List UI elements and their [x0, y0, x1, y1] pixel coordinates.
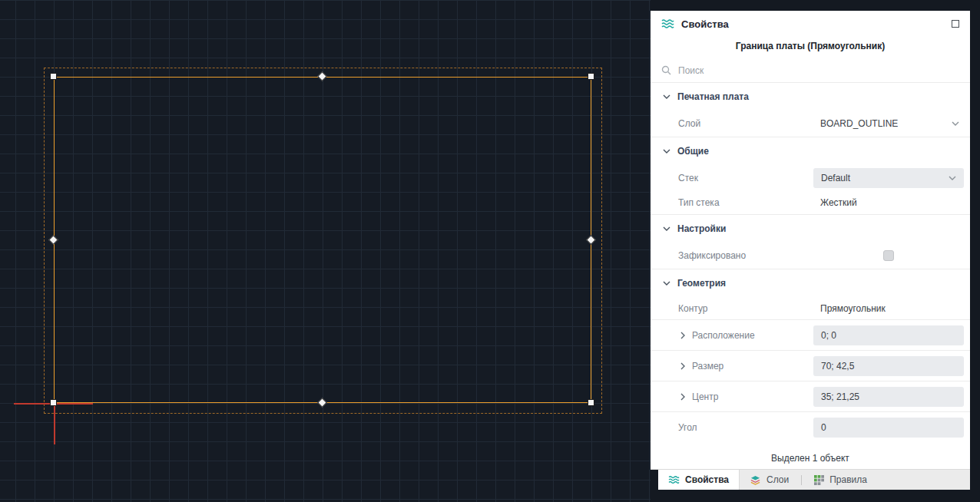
property-row-location: Расположение 0; 0 — [651, 320, 970, 351]
chevron-down-icon — [663, 226, 670, 231]
section-title-geometry: Геометрия — [677, 278, 726, 289]
property-row-contour: Контур Прямоугольник — [651, 297, 970, 320]
chevron-down-icon — [663, 149, 670, 154]
properties-icon — [668, 475, 680, 484]
chevron-down-icon — [663, 281, 670, 286]
tab-properties[interactable]: Свойства — [658, 470, 740, 490]
size-label: Размер — [692, 361, 723, 372]
selection-status: Выделен 1 объект — [651, 453, 970, 464]
property-row-center: Центр 35; 21,25 — [651, 381, 970, 412]
section-board: Печатная плата Слой BOARD_OUTLINE — [651, 83, 970, 137]
fixed-checkbox[interactable] — [883, 250, 894, 261]
stack-type-label: Тип стека — [678, 197, 720, 208]
chevron-down-icon — [949, 176, 956, 180]
stack-value: Default — [821, 173, 850, 183]
tab-layers[interactable]: Слои — [740, 470, 799, 490]
property-row-angle: Угол 0 — [651, 412, 970, 443]
handle-ne[interactable] — [588, 73, 594, 80]
stack-select[interactable]: Default — [813, 168, 964, 188]
tab-separator — [801, 475, 802, 485]
angle-input[interactable]: 0 — [813, 418, 964, 438]
stack-label: Стек — [678, 173, 698, 183]
tab-rules-label: Правила — [829, 474, 867, 485]
board-outline-rect[interactable] — [54, 77, 591, 403]
size-input[interactable]: 70; 42,5 — [813, 356, 964, 376]
search-bar — [651, 58, 970, 83]
selected-object-title: Граница платы (Прямоугольник) — [651, 37, 970, 58]
location-label: Расположение — [692, 330, 755, 341]
panel-header: Свойства — [651, 11, 970, 37]
chevron-right-icon[interactable] — [680, 362, 685, 370]
section-header-settings[interactable]: Настройки — [651, 215, 970, 243]
center-label: Центр — [692, 391, 718, 402]
origin-crosshair-vertical — [54, 404, 55, 444]
property-row-layer: Слой BOARD_OUTLINE — [651, 111, 970, 137]
chevron-down-icon — [952, 121, 959, 126]
section-header-general[interactable]: Общие — [651, 137, 970, 165]
contour-value: Прямоугольник — [820, 303, 886, 314]
property-row-stack-type: Тип стека Жесткий — [651, 191, 970, 214]
layer-value: BOARD_OUTLINE — [813, 118, 898, 129]
section-settings: Настройки Зафиксировано — [651, 214, 970, 269]
size-value: 70; 42,5 — [821, 361, 854, 372]
tab-layers-label: Слои — [766, 474, 789, 485]
layer-dropdown[interactable]: BOARD_OUTLINE — [813, 118, 959, 129]
handle-sw[interactable] — [50, 399, 57, 406]
search-icon — [661, 65, 671, 75]
property-row-stack: Стек Default — [651, 165, 970, 191]
handle-nw[interactable] — [50, 73, 57, 80]
section-title-settings: Настройки — [677, 223, 726, 234]
chevron-down-icon — [663, 94, 670, 99]
center-value: 35; 21,25 — [821, 391, 859, 402]
location-value: 0; 0 — [821, 330, 836, 341]
tab-rules[interactable]: Правила — [804, 470, 877, 490]
layer-label: Слой — [678, 118, 700, 129]
contour-label: Контур — [678, 303, 707, 314]
property-row-fixed: Зафиксировано — [651, 243, 970, 269]
panel-title: Свойства — [681, 18, 729, 30]
location-input[interactable]: 0; 0 — [813, 325, 964, 345]
properties-icon — [661, 18, 674, 29]
panel-tabbar: Свойства Слои Правила — [651, 469, 970, 490]
search-input[interactable] — [678, 65, 959, 76]
chevron-right-icon[interactable] — [680, 332, 685, 339]
pcb-canvas[interactable] — [0, 0, 651, 502]
section-general: Общие Стек Default Тип стека Жесткий — [651, 137, 970, 214]
angle-value: 0 — [821, 422, 826, 433]
stack-type-value: Жесткий — [820, 197, 857, 208]
section-geometry: Геометрия Контур Прямоугольник Расположе… — [651, 269, 970, 443]
canvas-corner-notch — [651, 470, 658, 490]
tab-properties-label: Свойства — [685, 474, 729, 485]
handle-se[interactable] — [588, 399, 594, 406]
section-title-general: Общие — [677, 146, 709, 157]
section-header-geometry[interactable]: Геометрия — [651, 269, 970, 297]
layers-icon — [750, 475, 761, 485]
section-title-board: Печатная плата — [677, 91, 749, 102]
section-header-board[interactable]: Печатная плата — [651, 83, 970, 111]
rules-icon — [814, 475, 824, 485]
properties-panel: Свойства Граница платы (Прямоугольник) П… — [651, 11, 970, 490]
fixed-label: Зафиксировано — [678, 250, 746, 261]
center-input[interactable]: 35; 21,25 — [813, 387, 964, 407]
chevron-right-icon[interactable] — [680, 393, 685, 401]
float-window-button[interactable] — [952, 20, 959, 28]
angle-label: Угол — [678, 422, 697, 433]
property-row-size: Размер 70; 42,5 — [651, 351, 970, 381]
